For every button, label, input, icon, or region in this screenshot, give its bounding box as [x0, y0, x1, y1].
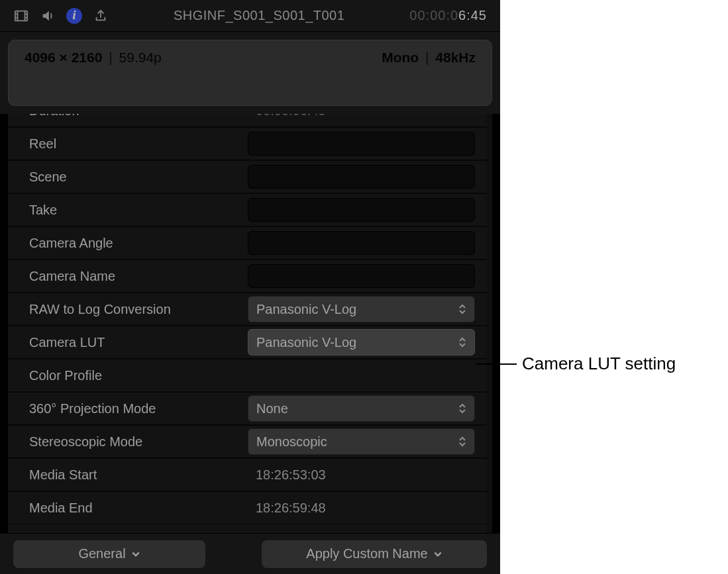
filmstrip-icon[interactable]	[13, 8, 29, 24]
row-scene: Scene	[8, 160, 487, 193]
label-stereo: Stereoscopic Mode	[29, 434, 248, 450]
row-stereo: Stereoscopic Mode Monoscopic	[8, 425, 487, 458]
row-media-start: Media Start 18:26:53:03	[8, 458, 487, 491]
metadata-view-button[interactable]: General	[13, 540, 205, 568]
summary-rate: 48kHz	[435, 50, 476, 65]
clip-title: SHGINF_S001_S001_T001	[119, 8, 399, 23]
timecode-bright: 6:45	[458, 8, 487, 23]
chevron-updown-icon	[458, 429, 468, 454]
row-raw-to-log: RAW to Log Conversion Panasonic V-Log	[8, 293, 487, 326]
input-reel[interactable]	[248, 132, 475, 156]
metadata-view-label: General	[78, 546, 125, 561]
chevron-updown-icon	[458, 330, 468, 355]
chevron-down-icon	[131, 551, 140, 557]
chevron-updown-icon	[458, 297, 468, 322]
row-reel: Reel	[8, 127, 487, 160]
popup-projection[interactable]: None	[248, 395, 475, 422]
popup-raw-to-log[interactable]: Panasonic V-Log	[248, 296, 475, 322]
header-timecode: 00:00:06:45	[409, 8, 487, 23]
input-take[interactable]	[248, 198, 475, 222]
bottom-bar: General Apply Custom Name	[0, 533, 500, 574]
value-stereo: Monoscopic	[256, 434, 327, 450]
value-camera-lut: Panasonic V-Log	[256, 335, 356, 350]
input-scene[interactable]	[248, 165, 475, 189]
label-media-start: Media Start	[29, 467, 248, 483]
label-duration: Duration	[29, 114, 248, 119]
label-projection: 360° Projection Mode	[29, 401, 248, 416]
summary-wrap: 4096 × 2160 | 59.94p Mono | 48kHz	[0, 32, 500, 114]
row-camera-angle: Camera Angle	[8, 226, 487, 260]
inspector-top-bar: i SHGINF_S001_S001_T001 00:00:06:45	[0, 0, 500, 32]
inspector-panel: i SHGINF_S001_S001_T001 00:00:06:45 4096…	[0, 0, 500, 574]
clip-summary: 4096 × 2160 | 59.94p Mono | 48kHz	[8, 40, 492, 106]
value-raw-to-log: Panasonic V-Log	[256, 302, 356, 317]
value-media-start: 18:26:53:03	[248, 463, 475, 487]
row-color-profile: Color Profile	[8, 359, 487, 392]
label-camera-angle: Camera Angle	[29, 236, 248, 251]
speaker-icon[interactable]	[40, 8, 56, 24]
summary-fps: 59.94p	[119, 50, 162, 65]
value-media-end: 18:26:59:48	[248, 496, 475, 520]
info-icon[interactable]: i	[66, 8, 82, 24]
value-color-profile	[248, 363, 475, 387]
chevron-down-icon	[433, 551, 442, 557]
row-camera-lut: Camera LUT Panasonic V-Log	[8, 326, 487, 359]
label-raw-to-log: RAW to Log Conversion	[29, 302, 248, 317]
apply-custom-name-label: Apply Custom Name	[306, 546, 427, 561]
summary-channels: Mono	[382, 50, 419, 65]
scrollbar[interactable]	[487, 114, 492, 533]
row-camera-name: Camera Name	[8, 260, 487, 293]
popup-camera-lut[interactable]: Panasonic V-Log	[248, 329, 475, 356]
input-camera-name[interactable]	[248, 264, 475, 288]
row-duration: Duration 00:00:06:45	[8, 114, 487, 127]
metadata-rows-wrap: Duration 00:00:06:45 Reel Scene Take Cam…	[0, 114, 500, 533]
label-color-profile: Color Profile	[29, 368, 248, 383]
row-projection: 360° Projection Mode None	[8, 392, 487, 425]
share-icon[interactable]	[93, 8, 109, 24]
label-camera-name: Camera Name	[29, 269, 248, 284]
summary-video: 4096 × 2160 | 59.94p	[25, 50, 162, 66]
summary-audio: Mono | 48kHz	[382, 50, 476, 66]
label-camera-lut: Camera LUT	[29, 335, 248, 350]
apply-custom-name-button[interactable]: Apply Custom Name	[262, 540, 487, 568]
row-media-end: Media End 18:26:59:48	[8, 491, 487, 524]
callout-camera-lut: Camera LUT setting	[476, 354, 676, 374]
callout-text: Camera LUT setting	[522, 354, 676, 374]
summary-resolution: 4096 × 2160	[25, 50, 102, 65]
label-scene: Scene	[29, 169, 248, 185]
callout-line	[476, 363, 517, 365]
value-projection: None	[256, 401, 288, 416]
label-reel: Reel	[29, 136, 248, 152]
timecode-dim: 00:00:0	[409, 8, 458, 23]
label-media-end: Media End	[29, 501, 248, 516]
value-duration: 00:00:06:45	[248, 114, 475, 122]
input-camera-angle[interactable]	[248, 231, 475, 255]
metadata-rows: Duration 00:00:06:45 Reel Scene Take Cam…	[8, 114, 487, 524]
chevron-updown-icon	[458, 396, 468, 421]
row-take: Take	[8, 193, 487, 226]
popup-stereo[interactable]: Monoscopic	[248, 428, 475, 455]
label-take: Take	[29, 203, 248, 218]
